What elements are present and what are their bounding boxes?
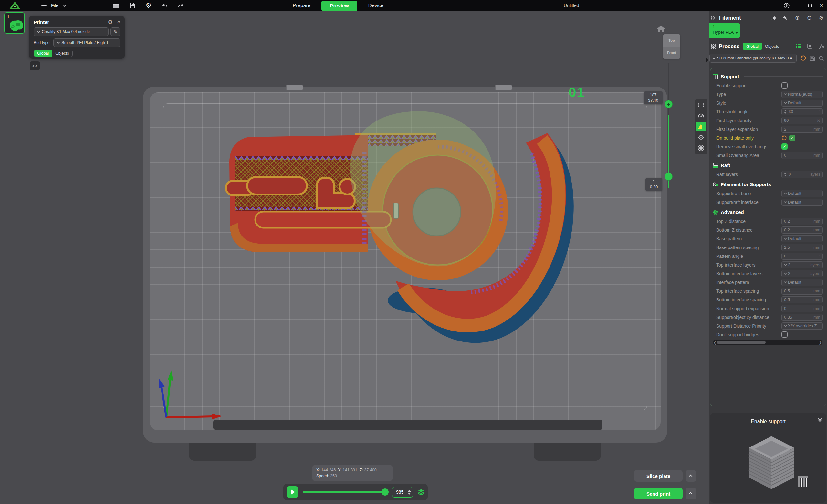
param-spinner[interactable]: 30° [781,108,823,115]
faucet-icon[interactable] [782,14,788,21]
support-paint-view-icon[interactable] [696,122,706,132]
filament-settings-gear-icon[interactable]: ⚙ [818,14,824,21]
param-checkbox[interactable]: ✓ [781,143,788,150]
process-preset-select[interactable]: * 0.20mm Standard @Creality K1 Max 0.4 .… [710,54,797,63]
param-input[interactable]: 0.5mm [781,288,823,295]
param-spinner[interactable]: 0layers [781,171,823,178]
param-input[interactable]: 2.5mm [781,244,823,251]
plate-thumbnail-card[interactable]: 1 [4,12,25,34]
param-input[interactable]: 0.35mm [781,314,823,321]
param-select[interactable]: X/Y overrides Z [781,322,823,330]
tab-device[interactable]: Device [360,0,392,11]
plate-frame-view-icon[interactable] [696,100,706,110]
reset-preset-icon[interactable] [800,55,806,61]
slice-options-button[interactable] [685,470,696,482]
tab-preview[interactable]: Preview [322,1,357,11]
double-chevron-down-icon[interactable] [819,419,821,421]
param-graph-view-icon[interactable] [818,43,824,49]
collapse-panel-icon[interactable]: « [117,19,120,25]
filament-box-icon[interactable] [770,14,777,21]
save-icon[interactable] [129,2,136,9]
param-input[interactable]: 0mm [781,305,823,312]
upload-icon[interactable] [784,3,789,8]
menu-icon[interactable] [41,3,47,8]
layers-icon[interactable] [418,488,425,496]
add-filament-icon[interactable]: ⊕ [794,14,800,21]
sliced-model[interactable] [0,11,710,504]
settings-gear-icon[interactable]: ⚙ [145,2,152,9]
apps-view-icon[interactable] [696,143,706,153]
send-options-button[interactable] [685,488,696,500]
undo-icon[interactable] [161,2,168,9]
param-select[interactable]: Default [781,199,823,206]
target-view-icon[interactable] [696,133,706,142]
param-input[interactable]: 2mm [781,126,823,133]
param-select[interactable]: Default [781,279,823,286]
param-checkbox[interactable] [781,332,788,338]
process-global-tab[interactable]: Global [743,43,762,50]
scope-global-tab[interactable]: Global [34,50,52,56]
step-value-box[interactable]: 985 [392,487,413,498]
filament-slot-chip[interactable]: 1 Hyper PLA [710,23,740,38]
view-cube-front[interactable]: Front [663,47,680,59]
param-select[interactable]: Default [781,190,823,197]
home-view-icon[interactable] [657,25,665,32]
param-input[interactable]: 0mm [781,152,823,159]
tab-prepare[interactable]: Prepare [284,0,319,11]
view-cube[interactable]: Top Front [663,34,680,59]
remove-filament-icon[interactable]: ⊖ [806,14,813,21]
param-select[interactable]: 2layers [781,261,823,268]
minimize-icon[interactable]: – [795,3,801,8]
param-select[interactable]: Default [781,235,823,242]
bed-type-select[interactable]: Smooth PEI Plate / High T [53,39,120,47]
redo-icon[interactable] [177,2,185,9]
view-cube-top[interactable]: Top [663,34,680,47]
progress-slider[interactable] [303,491,387,493]
param-section-header[interactable]: Filament for Supports [711,179,826,189]
send-print-button[interactable]: Send print [634,488,683,500]
scroll-left-arrow[interactable]: ❮ [713,341,717,345]
param-section-header[interactable]: Raft [711,160,826,170]
speed-view-icon[interactable] [696,111,706,121]
param-checkbox[interactable]: ✓ [789,135,795,141]
param-select[interactable]: 2layers [781,270,823,277]
layer-slider-bottom-handle[interactable] [665,172,673,181]
panel-collapse-arrow[interactable] [706,58,709,62]
scope-objects-tab[interactable]: Objects [52,50,72,56]
file-menu[interactable]: File [51,3,58,8]
process-objects-tab[interactable]: Objects [762,43,782,50]
param-section-header[interactable]: Advanced [711,207,826,217]
param-input[interactable]: 0.2mm [781,226,823,234]
search-params-icon[interactable] [819,56,824,61]
edit-printer-icon[interactable]: ✎ [110,28,120,36]
param-checkbox[interactable] [781,83,788,89]
chevron-down-icon[interactable] [63,4,66,7]
slice-plate-button[interactable]: Slice plate [634,470,683,482]
restore-icon[interactable] [807,3,813,8]
param-page-view-icon[interactable] [807,43,813,49]
play-button[interactable] [287,486,298,498]
param-input[interactable]: 0.2mm [781,218,823,225]
layer-slider-top-handle[interactable]: + [665,100,673,108]
param-input[interactable]: 0° [781,253,823,260]
param-input[interactable]: 0.5mm [781,296,823,303]
printer-settings-gear-icon[interactable]: ⚙ [108,19,113,25]
spinner-arrows-icon[interactable] [408,490,411,495]
progress-slider-handle[interactable] [382,489,389,496]
param-select[interactable]: Default [781,100,823,107]
horizontal-scrollbar[interactable]: ❮ ❯ [713,340,823,345]
scroll-right-arrow[interactable]: ❯ [818,341,823,345]
3d-viewport[interactable]: 01 Top Front 187 37.40 + 1 0.20 [0,11,710,504]
save-preset-icon[interactable] [810,56,815,61]
printer-preset-select[interactable]: Creality K1 Max 0.4 nozzle [34,28,108,36]
open-folder-icon[interactable] [112,2,120,9]
expand-sidebar-button[interactable]: >> [30,61,40,70]
scrollbar-thumb[interactable] [717,341,766,344]
param-input[interactable]: 90% [781,117,823,124]
close-icon[interactable]: × [819,3,824,8]
param-select[interactable]: Normal(auto) [781,91,823,98]
reset-icon[interactable] [781,135,787,141]
layer-player-bar: 985 [283,484,428,500]
param-section-header[interactable]: Support [711,71,826,81]
param-list-view-icon[interactable] [795,43,802,49]
